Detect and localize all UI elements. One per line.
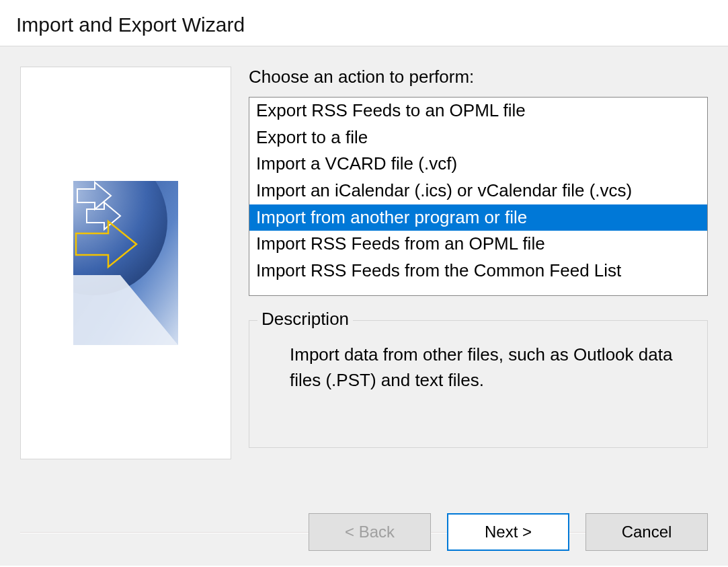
button-row: < Back Next > Cancel: [309, 513, 708, 551]
back-button: < Back: [309, 513, 431, 551]
next-button[interactable]: Next >: [447, 513, 569, 551]
dialog-body: Choose an action to perform: Export RSS …: [0, 46, 728, 566]
action-list-item[interactable]: Import RSS Feeds from the Common Feed Li…: [249, 258, 707, 285]
action-listbox[interactable]: Export RSS Feeds to an OPML fileExport t…: [249, 97, 708, 296]
dialog-title: Import and Export Wizard: [0, 0, 728, 46]
action-list-item[interactable]: Import RSS Feeds from an OPML file: [249, 231, 707, 258]
description-legend: Description: [257, 309, 353, 330]
choose-action-label: Choose an action to perform:: [249, 67, 708, 87]
action-list-item[interactable]: Import a VCARD file (.vcf): [249, 151, 707, 178]
action-list-item[interactable]: Import an iCalendar (.ics) or vCalendar …: [249, 178, 707, 204]
action-list-item[interactable]: Export to a file: [249, 124, 707, 151]
wizard-arrow-icon: [73, 181, 178, 345]
action-list-item[interactable]: Import from another program or file: [249, 204, 707, 231]
wizard-image-frame: [20, 67, 231, 459]
description-group: Description Import data from other files…: [249, 320, 708, 448]
action-list-item[interactable]: Export RSS Feeds to an OPML file: [249, 98, 707, 124]
cancel-button[interactable]: Cancel: [585, 513, 708, 551]
description-text: Import data from other files, such as Ou…: [270, 334, 687, 393]
